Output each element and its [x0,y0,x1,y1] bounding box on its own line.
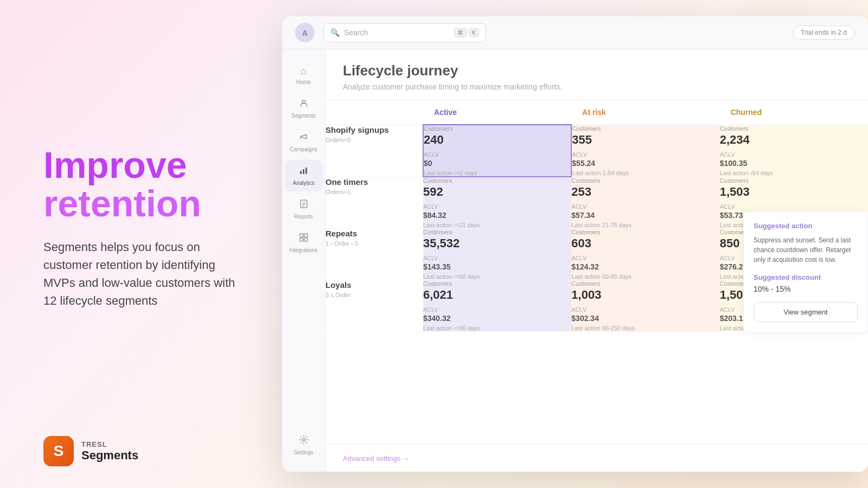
reports-icon [299,199,309,211]
suggestion-text: Suppress and sunset. Send a last chance … [754,235,858,265]
view-segment-button[interactable]: View segment [754,302,858,322]
headline: Improve retention [43,146,250,223]
segments-icon [299,98,309,111]
row-label-name: Shopify signups [326,125,423,134]
home-icon: ⌂ [301,66,307,77]
col-header-at-risk[interactable]: At risk [571,100,719,125]
row-label-desc: Orders=1 [326,189,423,195]
active-cell[interactable]: Customers 240 ACLV $0 Last action ‹=1 da… [423,125,571,177]
row-label-name: Loyals [326,280,423,290]
svg-rect-2 [303,169,304,174]
logo-icon: S [43,436,74,466]
search-placeholder: Search [344,28,450,37]
kbd-cmd: ⌘ [454,28,467,37]
col-header-active[interactable]: Active [423,100,571,125]
logo-product: Segments [81,448,138,463]
page-header: Lifecycle journey Analyze customer purch… [326,49,868,100]
row-label-desc: Orders=0 [326,137,423,143]
settings-icon [299,435,309,447]
sidebar-label-segments: Segments [291,113,316,119]
svg-rect-4 [301,200,307,208]
trial-badge: Trial ends in 2 d [793,25,855,40]
col-header-empty [326,100,423,125]
svg-rect-9 [304,234,308,237]
svg-point-12 [302,439,305,441]
table-row: Shopify signups Orders=0 Customers 240 A… [326,125,868,177]
integrations-icon [299,233,309,245]
advanced-settings-bar: Advanced settings → [326,444,868,472]
page-subtitle: Analyze customer purchase timing to maxi… [343,82,851,91]
sidebar-item-settings[interactable]: Settings [285,429,323,461]
at-risk-cell[interactable]: Customers 355 ACLV $55.24 Last action 1-… [571,125,719,177]
svg-rect-3 [305,168,307,174]
active-cell[interactable]: Customers 592 ACLV $84.32 Last action ‹=… [423,177,571,229]
svg-rect-11 [304,238,308,241]
campaigns-icon [299,132,309,144]
sidebar-label-settings: Settings [293,450,313,455]
marketing-area: Improve retention Segments helps you foc… [0,0,282,488]
row-label-name: One timers [326,177,423,187]
sidebar-label-reports: Reports [294,214,313,220]
svg-rect-1 [300,171,302,174]
logo-area: S TRESL Segments [43,436,138,466]
sidebar-label-campaigns: Campaigns [290,146,317,152]
svg-rect-8 [300,234,303,237]
search-icon: 🔍 [330,28,340,37]
kbd-k: K [469,28,479,37]
advanced-settings-link[interactable]: Advanced settings → [343,454,410,463]
avatar: A [295,23,315,42]
sidebar-label-analytics: Analytics [292,180,314,186]
top-bar: A 🔍 Search ⌘ K Trial ends in 2 d [282,16,868,49]
active-cell[interactable]: Customers 35,532 ACLV $143.35 Last actio… [423,229,571,280]
col-header-churned[interactable]: Churned [720,100,868,125]
suggestion-discount-value: 10% - 15% [754,285,858,293]
sidebar-item-home[interactable]: ⌂ Home [285,60,323,91]
page-title: Lifecycle journey [343,62,851,79]
suggestion-panel: Suggested action Suppress and sunset. Se… [743,211,868,332]
sidebar-item-analytics[interactable]: Analytics [285,160,323,191]
at-risk-cell[interactable]: Customers 603 ACLV $124.32 Last action 6… [571,229,719,280]
svg-rect-10 [300,238,303,241]
sidebar-item-segments[interactable]: Segments [285,93,323,124]
at-risk-cell[interactable]: Customers 1,003 ACLV $302.34 Last action… [571,280,719,332]
suggestion-discount-title: Suggested discount [754,273,858,281]
churned-cell[interactable]: Customers 2,234 ACLV $100.35 Last action… [720,125,868,177]
sidebar: ⌂ Home Segments Campaigns Analytics [282,49,326,472]
row-label-name: Repeats [326,229,423,238]
headline-improve: Improve [43,144,187,185]
active-cell[interactable]: Customers 6,021 ACLV $340.32 Last action… [423,280,571,332]
search-box[interactable]: 🔍 Search ⌘ K [323,23,486,42]
marketing-subtext: Segments helps you focus on customer ret… [43,238,250,310]
row-label-desc: 1 ‹ Order ‹ 3 [326,240,423,247]
sidebar-label-integrations: Integrations [289,247,317,253]
analytics-icon [299,165,309,178]
headline-retention: retention [43,183,201,224]
row-label-desc: 3 ≤ Order [326,292,423,298]
suggestion-title: Suggested action [754,222,858,230]
at-risk-cell[interactable]: Customers 253 ACLV $57.34 Last action 21… [571,177,719,229]
logo-brand: TRESL [81,440,138,448]
sidebar-item-campaigns[interactable]: Campaigns [285,126,323,158]
search-shortcut: ⌘ K [454,28,479,37]
sidebar-item-integrations[interactable]: Integrations [285,227,323,259]
sidebar-item-reports[interactable]: Reports [285,194,323,225]
sidebar-label-home: Home [296,79,311,85]
